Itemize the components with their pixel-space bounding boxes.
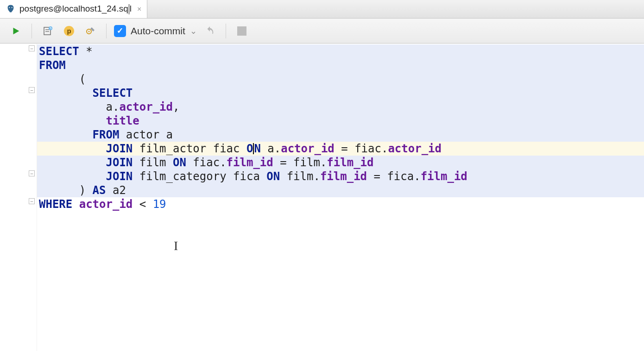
fold-marker[interactable]: – (29, 45, 35, 51)
stop-button[interactable] (234, 23, 250, 39)
postgres-icon (6, 4, 16, 14)
code-line[interactable]: JOIN film_category fica ON film.film_id … (37, 169, 644, 183)
fold-marker[interactable]: – (29, 170, 35, 176)
code-line[interactable]: title (37, 114, 644, 128)
svg-point-1 (12, 7, 13, 8)
check-icon: ✓ (114, 25, 126, 37)
svg-point-5 (49, 26, 52, 30)
separator (32, 24, 32, 38)
gutter[interactable]: –––– (0, 44, 37, 351)
settings-button[interactable] (82, 23, 99, 39)
explain-plan-button[interactable] (39, 23, 56, 39)
code-line[interactable]: FROM (37, 58, 644, 72)
toolbar: p ✓ Auto-commit ⌄ (0, 19, 644, 44)
auto-commit-toggle[interactable]: ✓ Auto-commit ⌄ (114, 25, 197, 37)
code-line[interactable]: FROM actor a (37, 128, 644, 142)
parameters-button[interactable]: p (61, 23, 77, 39)
stop-icon (237, 26, 246, 36)
code-line[interactable]: a.actor_id, (37, 100, 644, 114)
svg-point-7 (88, 31, 90, 32)
code-line[interactable]: WHERE actor_id < 19 (37, 197, 644, 211)
close-icon[interactable]: × (137, 5, 141, 13)
separator (106, 24, 107, 38)
separator (226, 24, 226, 38)
code-area[interactable]: SELECT *FROM ( SELECT a.actor_id, title … (37, 44, 644, 351)
code-line[interactable]: JOIN film ON fiac.film_id = film.film_id (37, 156, 644, 169)
code-line[interactable]: ( (37, 72, 644, 86)
run-button[interactable] (7, 23, 24, 39)
editor: –––– SELECT *FROM ( SELECT a.actor_id, t… (0, 44, 644, 351)
fold-marker[interactable]: – (29, 198, 35, 204)
file-tab[interactable]: postgres@localhost1_24.sql × (0, 0, 147, 18)
fold-marker[interactable]: – (29, 87, 35, 93)
code-line[interactable]: JOIN film_actor fiac ON a.actor_id = fia… (37, 142, 644, 156)
code-line[interactable]: SELECT * (37, 44, 644, 58)
tab-bar: postgres@localhost1_24.sql × (0, 0, 644, 19)
chevron-down-icon[interactable]: ⌄ (190, 26, 197, 36)
code-line[interactable]: SELECT (37, 86, 644, 100)
svg-point-0 (9, 7, 10, 8)
tab-title: postgres@localhost1_24.sql (19, 4, 132, 14)
code-line[interactable]: ) AS a2 (37, 183, 644, 197)
auto-commit-label: Auto-commit (131, 25, 185, 37)
rollback-button[interactable] (202, 23, 218, 39)
